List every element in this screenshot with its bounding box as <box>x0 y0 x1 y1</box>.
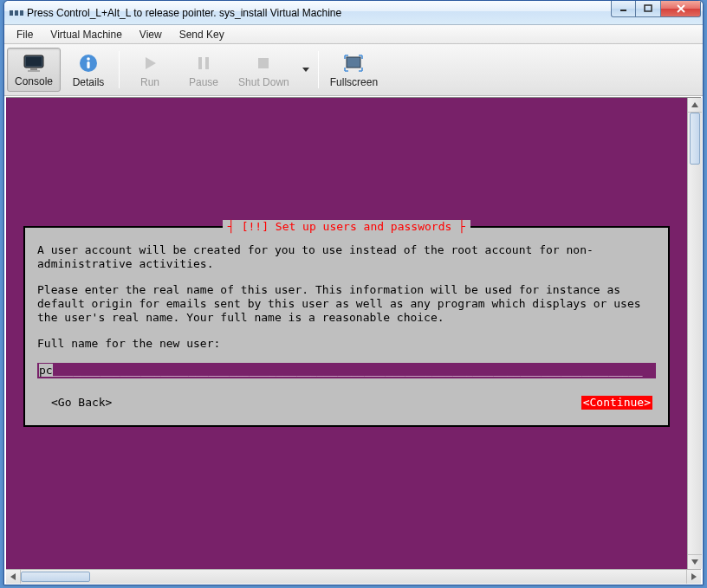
console-label: Console <box>15 75 53 87</box>
menu-view[interactable]: View <box>131 27 171 42</box>
vm-display[interactable]: ┤ [!!] Set up users and passwords ├ A us… <box>6 97 701 569</box>
dialog-para1: A user account will be created for you t… <box>37 243 656 271</box>
run-label: Run <box>140 76 159 88</box>
pause-button[interactable]: Pause <box>178 48 230 92</box>
details-label: Details <box>73 76 105 88</box>
continue-button[interactable]: <Continue> <box>581 396 652 410</box>
app-icon <box>10 6 23 20</box>
titlebar[interactable]: Press Control_L+Alt_L to release pointer… <box>4 1 703 25</box>
svg-marker-20 <box>10 573 16 580</box>
menu-file[interactable]: File <box>8 27 42 42</box>
svg-rect-4 <box>645 5 652 11</box>
vertical-scrollbar[interactable] <box>687 98 702 569</box>
pause-label: Pause <box>189 76 218 88</box>
window-title: Press Control_L+Alt_L to release pointer… <box>27 7 341 19</box>
scroll-down-icon[interactable] <box>688 554 702 569</box>
monitor-icon <box>23 52 45 74</box>
svg-rect-15 <box>258 58 269 68</box>
svg-rect-0 <box>10 10 13 16</box>
svg-rect-17 <box>347 57 360 68</box>
svg-rect-6 <box>26 57 42 66</box>
menu-send-key[interactable]: Send Key <box>171 27 233 42</box>
svg-rect-14 <box>205 57 209 69</box>
svg-marker-21 <box>691 573 697 580</box>
svg-marker-16 <box>302 68 309 72</box>
maximize-button[interactable] <box>636 1 661 17</box>
svg-rect-1 <box>15 10 18 16</box>
scrollbar-thumb[interactable] <box>21 572 90 582</box>
stop-icon <box>255 52 272 74</box>
window-frame: Press Control_L+Alt_L to release pointer… <box>3 0 704 585</box>
scroll-up-icon[interactable] <box>688 98 702 113</box>
fullname-input[interactable]: pc______________________________________… <box>37 363 656 378</box>
go-back-button[interactable]: <Go Back> <box>51 396 112 410</box>
minimize-button[interactable] <box>611 1 636 17</box>
svg-point-10 <box>87 57 90 61</box>
svg-marker-18 <box>691 102 698 107</box>
svg-marker-12 <box>146 57 156 69</box>
fullscreen-button[interactable]: Fullscreen <box>323 48 385 92</box>
fullscreen-icon <box>342 52 365 74</box>
shutdown-label: Shut Down <box>238 76 289 88</box>
menu-virtual-machine[interactable]: Virtual Machine <box>42 27 131 42</box>
run-button[interactable]: Run <box>124 48 176 92</box>
svg-rect-8 <box>28 70 40 72</box>
toolbar: Console Details Run <box>4 44 703 96</box>
play-icon <box>141 52 159 74</box>
installer-dialog: ┤ [!!] Set up users and passwords ├ A us… <box>23 226 670 427</box>
dialog-prompt: Full name for the new user: <box>37 337 656 351</box>
console-button[interactable]: Console <box>7 48 61 92</box>
scroll-left-icon[interactable] <box>6 570 21 584</box>
menubar: File Virtual Machine View Send Key <box>4 25 703 44</box>
svg-rect-7 <box>30 68 37 70</box>
scroll-right-icon[interactable] <box>686 570 701 584</box>
shutdown-button[interactable]: Shut Down <box>231 48 296 92</box>
svg-rect-11 <box>87 61 89 68</box>
details-button[interactable]: Details <box>62 48 114 92</box>
fullscreen-label: Fullscreen <box>330 76 378 88</box>
close-button[interactable] <box>661 1 701 17</box>
toolbar-separator <box>318 51 319 88</box>
scrollbar-thumb[interactable] <box>690 113 700 165</box>
dialog-title: ┤ [!!] Set up users and passwords ├ <box>223 220 470 234</box>
horizontal-scrollbar[interactable] <box>6 569 701 584</box>
shutdown-dropdown[interactable] <box>297 48 315 92</box>
toolbar-separator <box>119 51 120 88</box>
svg-marker-19 <box>691 559 698 565</box>
pause-icon <box>195 52 212 74</box>
svg-rect-13 <box>198 57 202 69</box>
svg-rect-2 <box>20 10 23 16</box>
info-icon <box>78 52 99 74</box>
dialog-para2: Please enter the real name of this user.… <box>37 283 656 325</box>
